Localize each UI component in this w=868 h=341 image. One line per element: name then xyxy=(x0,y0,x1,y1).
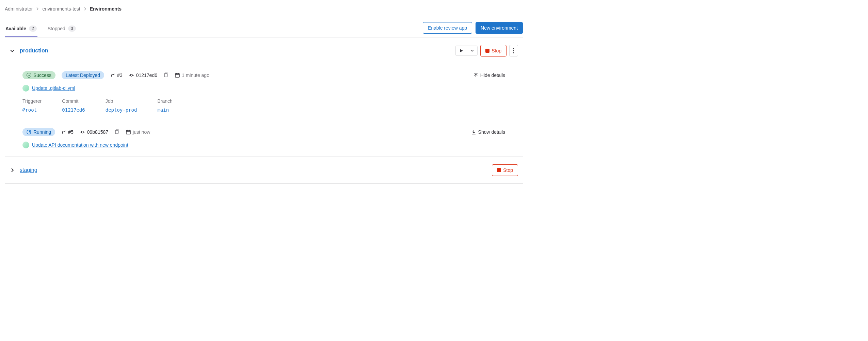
calendar-icon xyxy=(126,130,131,134)
commit-sha[interactable]: 09b81587 xyxy=(80,129,108,135)
commit-label: Commit xyxy=(62,98,85,104)
breadcrumb-current: Environments xyxy=(90,6,122,12)
svg-point-0 xyxy=(513,48,514,49)
copy-sha-button[interactable] xyxy=(163,72,169,78)
tabs-row: Available 2 Stopped 0 Enable review app … xyxy=(5,18,523,37)
environment-row-production: production Stop xyxy=(5,37,523,64)
svg-point-1 xyxy=(513,50,514,51)
commit-icon xyxy=(80,130,85,134)
stop-environment-button[interactable]: Stop xyxy=(492,164,518,176)
stop-environment-button[interactable]: Stop xyxy=(480,45,507,56)
commit-sha[interactable]: 01217ed6 xyxy=(129,72,157,78)
tab-stopped[interactable]: Stopped 0 xyxy=(47,22,77,37)
commit-message-link[interactable]: Update .gitlab-ci.yml xyxy=(32,85,75,91)
status-text: Success xyxy=(33,72,51,78)
tab-available[interactable]: Available 2 xyxy=(5,22,37,37)
svg-point-2 xyxy=(513,52,514,53)
commit-message-link[interactable]: Update API documentation with new endpoi… xyxy=(32,142,128,148)
chevron-right-icon xyxy=(36,7,39,11)
tab-label: Available xyxy=(5,26,26,31)
expand-icon xyxy=(471,130,476,134)
branch-link[interactable]: main xyxy=(157,107,169,113)
new-environment-button[interactable]: New environment xyxy=(476,22,523,34)
environment-name-link[interactable]: production xyxy=(20,48,48,54)
breadcrumb: Administrator environments-test Environm… xyxy=(5,0,523,18)
svg-rect-6 xyxy=(164,74,167,77)
tab-count: 2 xyxy=(29,26,37,32)
more-actions-button[interactable] xyxy=(509,45,518,56)
avatar xyxy=(22,85,29,92)
stop-label: Stop xyxy=(503,167,513,173)
triggerer-label: Triggerer xyxy=(22,98,42,104)
breadcrumb-admin[interactable]: Administrator xyxy=(5,6,33,12)
copy-sha-button[interactable] xyxy=(114,129,120,135)
retry-icon xyxy=(110,73,115,78)
commit-icon xyxy=(129,73,134,78)
tab-count: 0 xyxy=(68,26,76,32)
status-text: Running xyxy=(33,129,51,135)
svg-rect-16 xyxy=(115,130,118,134)
deployment-time: 1 minute ago xyxy=(175,72,209,78)
commit-link[interactable]: 01217ed6 xyxy=(62,107,85,113)
stop-icon xyxy=(485,49,489,53)
enable-review-app-button[interactable]: Enable review app xyxy=(423,22,472,34)
svg-point-13 xyxy=(81,131,83,133)
chevron-down-icon[interactable] xyxy=(467,46,478,56)
triggerer-link[interactable]: @root xyxy=(22,107,37,113)
chevron-down-icon[interactable] xyxy=(10,48,15,53)
branch-label: Branch xyxy=(157,98,172,104)
chevron-right-icon[interactable] xyxy=(10,167,15,173)
deployment-row: Success Latest Deployed #3 01217ed6 xyxy=(5,64,523,121)
redeploy-dropdown[interactable] xyxy=(455,46,478,56)
job-link[interactable]: deploy-prod xyxy=(106,107,137,113)
svg-point-3 xyxy=(130,74,132,76)
show-details-button[interactable]: Show details xyxy=(471,129,505,135)
check-circle-icon xyxy=(27,73,31,78)
stop-icon xyxy=(497,168,501,172)
stop-label: Stop xyxy=(492,48,501,53)
latest-deployed-badge: Latest Deployed xyxy=(62,71,104,79)
retry-icon xyxy=(61,130,66,134)
deployment-iid[interactable]: #3 xyxy=(110,72,123,78)
status-badge-running[interactable]: Running xyxy=(22,128,55,136)
deployment-time: just now xyxy=(126,129,150,135)
breadcrumb-project[interactable]: environments-test xyxy=(42,6,80,12)
svg-rect-7 xyxy=(175,74,179,77)
job-label: Job xyxy=(106,98,137,104)
deployment-row: Running #5 09b81587 xyxy=(5,121,523,157)
deployment-details: Triggerer @root Commit 01217ed6 Job depl… xyxy=(22,98,505,113)
play-icon[interactable] xyxy=(455,46,467,56)
svg-rect-17 xyxy=(126,130,130,134)
chevron-right-icon xyxy=(84,7,86,11)
avatar xyxy=(22,142,29,148)
status-badge-success[interactable]: Success xyxy=(22,71,55,79)
collapse-icon xyxy=(473,73,478,78)
environment-name-link[interactable]: staging xyxy=(20,167,37,173)
calendar-icon xyxy=(175,73,180,78)
deployment-iid[interactable]: #5 xyxy=(61,129,74,135)
hide-details-button[interactable]: Hide details xyxy=(473,72,505,78)
running-icon xyxy=(27,130,31,134)
tab-label: Stopped xyxy=(48,26,65,31)
environment-row-staging: staging Stop xyxy=(5,157,523,184)
